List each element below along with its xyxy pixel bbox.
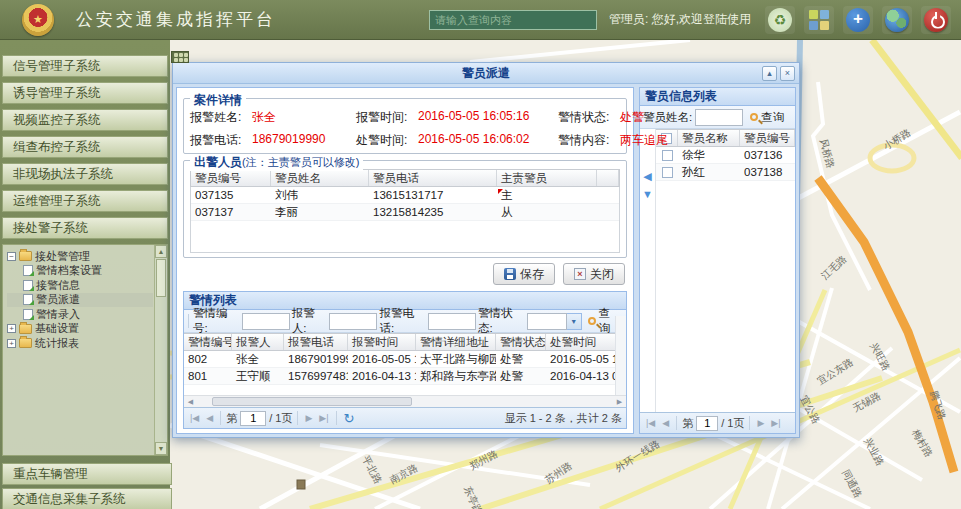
expand-toggle-icon[interactable]: + xyxy=(7,324,16,333)
chevron-down-icon[interactable]: ▼ xyxy=(567,313,582,330)
prev-page-icon[interactable]: ◀ xyxy=(660,418,671,428)
column-header[interactable]: 主责警员 xyxy=(497,170,597,186)
tree-node-statistics-reports[interactable]: + 统计报表 xyxy=(7,336,153,351)
column-header[interactable]: 处警时间 xyxy=(546,334,626,350)
dispatch-row[interactable]: 037137 李丽 13215814235 从 xyxy=(191,204,619,221)
logout-button[interactable] xyxy=(921,6,951,34)
last-page-icon[interactable]: ▶| xyxy=(317,413,330,423)
vertical-scrollbar[interactable] xyxy=(615,316,626,395)
first-page-icon[interactable]: |◀ xyxy=(188,413,201,423)
sidebar-item-offsite-enforcement[interactable]: 非现场执法子系统 xyxy=(2,163,168,185)
prev-page-icon[interactable]: ◀ xyxy=(204,413,215,423)
hscroll-thumb[interactable] xyxy=(212,397,412,406)
close-button[interactable]: × 关闭 xyxy=(563,263,625,285)
scroll-right-icon[interactable]: ▶ xyxy=(613,396,626,407)
first-page-icon[interactable]: |◀ xyxy=(644,418,657,428)
column-header[interactable]: 报警电话 xyxy=(284,334,348,350)
tree-node-label: 基础设置 xyxy=(35,321,79,336)
scroll-up-icon[interactable]: ▲ xyxy=(155,245,167,258)
expand-toggle-icon[interactable]: + xyxy=(7,339,16,348)
officer-row[interactable]: 徐华 037136 xyxy=(656,147,795,164)
tree-node-alert-archive[interactable]: 警情档案设置 xyxy=(7,264,153,279)
next-page-icon[interactable]: ▶ xyxy=(755,418,766,428)
checkbox-cell xyxy=(656,164,678,180)
dialog-titlebar[interactable]: 警员派遣 ▴ × xyxy=(173,63,799,84)
close-icon[interactable]: × xyxy=(780,66,795,81)
app-grid-button[interactable] xyxy=(804,6,834,34)
column-header[interactable]: 警员名称 xyxy=(678,130,740,146)
tree-node-basic-settings[interactable]: + 基础设置 xyxy=(7,322,153,337)
column-header[interactable]: 警员电话 xyxy=(369,170,497,186)
column-header[interactable]: 警员姓名 xyxy=(271,170,369,186)
officer-name-input[interactable] xyxy=(695,109,743,126)
caller-input[interactable] xyxy=(329,313,377,330)
alert-status-select[interactable]: ▼ xyxy=(527,313,582,330)
row-checkbox[interactable] xyxy=(662,150,673,161)
tree-node-alert-info[interactable]: 接警信息 xyxy=(7,278,153,293)
save-button[interactable]: 保存 xyxy=(493,263,555,285)
document-icon xyxy=(23,265,33,276)
transfer-down-icon[interactable]: ▼ xyxy=(642,189,653,199)
tree-scrollbar[interactable]: ▲ ▼ xyxy=(154,245,167,455)
officer-query-button[interactable]: 查询 xyxy=(746,108,788,127)
global-search-input[interactable] xyxy=(429,10,597,30)
alert-row[interactable]: 801 王守顺 15769974813 2016-04-13 12:... 郑和… xyxy=(184,368,626,385)
add-button[interactable]: + xyxy=(843,6,873,34)
dispatch-row[interactable]: 037135 刘伟 13615131717 主 xyxy=(191,187,619,204)
power-icon xyxy=(924,8,948,32)
page-count-label: / 1页 xyxy=(721,416,744,431)
sidebar-item-key-vehicles[interactable]: 重点车辆管理 xyxy=(2,463,172,485)
column-header[interactable]: 报警时间 xyxy=(348,334,416,350)
last-page-icon[interactable]: ▶| xyxy=(769,418,782,428)
alert-row[interactable]: 802 张全 18679019990 2016-05-05 16:... 太平北… xyxy=(184,351,626,368)
grid-empty-area xyxy=(184,385,626,395)
scrollbar-thumb[interactable] xyxy=(156,259,166,297)
folder-icon xyxy=(19,324,32,334)
sidebar-item-operations[interactable]: 运维管理子系统 xyxy=(2,190,168,212)
collapse-toggle-icon[interactable]: − xyxy=(7,252,16,261)
column-header[interactable]: 警员编号 xyxy=(740,130,795,146)
search-icon xyxy=(750,113,758,121)
drag-dots-button[interactable] xyxy=(171,51,189,63)
field-value: 18679019990 xyxy=(252,132,356,149)
officer-grid: 警员名称 警员编号 徐华 037136 孙红 037138 xyxy=(655,129,795,412)
primary-officer-cell[interactable]: 主 xyxy=(497,187,597,203)
sidebar-item-police-response[interactable]: 接处警子系统 xyxy=(2,217,168,239)
page-number-input[interactable] xyxy=(696,416,718,431)
transfer-left-icon[interactable]: ◀ xyxy=(643,171,651,181)
tree-node-dispatch-mgmt[interactable]: − 接处警管理 xyxy=(7,249,153,264)
map-globe-button[interactable] xyxy=(882,6,912,34)
tree-node-label: 接处警管理 xyxy=(35,249,90,264)
column-header[interactable]: 警情详细地址 xyxy=(416,334,496,350)
column-header-sorted[interactable]: 警情编号▼ xyxy=(184,334,232,350)
caller-phone-input[interactable] xyxy=(428,313,476,330)
primary-officer-cell[interactable]: 从 xyxy=(497,204,597,220)
sidebar-item-traffic-info-collection[interactable]: 交通信息采集子系统 xyxy=(2,488,172,509)
row-checkbox[interactable] xyxy=(662,167,673,178)
collapse-icon[interactable]: ▴ xyxy=(762,66,777,81)
sidebar-item-signal[interactable]: 信号管理子系统 xyxy=(2,55,168,77)
column-header[interactable]: 警情状态 xyxy=(496,334,546,350)
recycle-button[interactable]: ♻ xyxy=(765,6,795,34)
road-label: 梅村路 xyxy=(910,427,935,459)
refresh-icon[interactable]: ↻ xyxy=(342,411,357,426)
next-page-icon[interactable]: ▶ xyxy=(303,413,314,423)
sidebar-item-guidance[interactable]: 诱导管理子系统 xyxy=(2,82,168,104)
sidebar-item-video[interactable]: 视频监控子系统 xyxy=(2,109,168,131)
tree-node-alert-entry[interactable]: 警情录入 xyxy=(7,307,153,322)
handle-time-cell: 2016-05-05 16:06... xyxy=(546,351,626,367)
tree-node-officer-dispatch[interactable]: 警员派遣 xyxy=(7,293,153,308)
column-header[interactable]: 警员编号 xyxy=(191,170,271,186)
officer-id-cell: 037137 xyxy=(191,204,271,220)
scroll-down-icon[interactable]: ▼ xyxy=(155,442,167,455)
horizontal-scrollbar[interactable]: ◀ ▶ xyxy=(184,395,626,407)
field-label: 警情状态: xyxy=(558,109,620,126)
alert-no-input[interactable] xyxy=(242,313,290,330)
officer-pagination-bar: |◀ ◀ 第 / 1页 ▶ ▶| xyxy=(640,412,795,433)
sidebar-item-investigation[interactable]: 缉查布控子系统 xyxy=(2,136,168,158)
scroll-left-icon[interactable]: ◀ xyxy=(184,396,197,407)
road-label: 平北路 xyxy=(360,454,384,486)
officer-row[interactable]: 孙红 037138 xyxy=(656,164,795,181)
page-number-input[interactable] xyxy=(240,411,266,426)
column-header[interactable]: 报警人 xyxy=(232,334,284,350)
